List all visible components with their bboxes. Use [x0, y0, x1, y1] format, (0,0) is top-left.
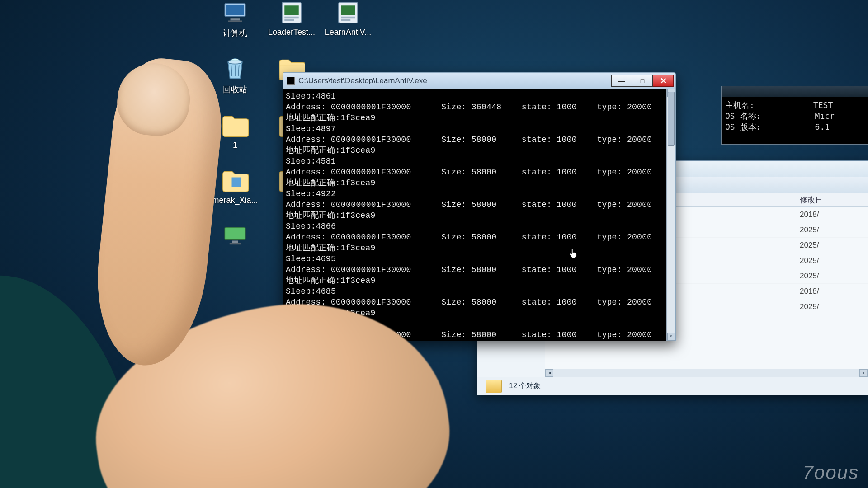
computer-icon [222, 0, 249, 25]
console-line: 地址匹配正确:1f3cea9 [286, 275, 673, 286]
svg-point-12 [228, 60, 242, 64]
desktop-icon-unknown[interactable] [212, 223, 258, 248]
desktop-icon-folder[interactable]: 1 [212, 113, 258, 150]
svg-rect-3 [228, 20, 242, 22]
console-line: Sleep:4685 [286, 286, 673, 297]
console-line: Address: 0000000001F30000 Size: 58000 st… [286, 167, 673, 178]
scroll-right-icon[interactable]: ▸ [859, 369, 868, 377]
status-text: 12 个对象 [509, 381, 541, 391]
watermark: 7oous [803, 462, 859, 483]
desktop-icon-computer[interactable]: 计算机 [212, 0, 258, 38]
window-title: C:\Users\test\Desktop\LearnAntiV.exe [298, 76, 608, 85]
app-icon [287, 77, 295, 85]
svg-rect-6 [284, 16, 299, 18]
column-modified[interactable]: 修改日 [800, 195, 868, 205]
desktop-icon-learnantiv[interactable]: LearnAntiV... [326, 0, 371, 38]
console-line: 地址匹配正确:1f3cea9 [286, 145, 673, 156]
exe-icon [335, 0, 362, 25]
console-line: Sleep:4581 [286, 156, 673, 167]
recycle-bin-icon [222, 56, 249, 81]
console-line: Sleep:4762 [286, 319, 673, 329]
titlebar[interactable] [722, 86, 868, 97]
folder-icon [222, 113, 249, 138]
folder-icon [222, 168, 249, 193]
file-date: 2025/ [800, 272, 868, 281]
console-line: 地址匹配正确:1f3cea9 [286, 178, 673, 188]
icon-label: 计算机 [223, 28, 247, 38]
file-date: 2025/ [800, 256, 868, 265]
svg-rect-11 [341, 19, 350, 21]
console-line: Sleep:4695 [286, 253, 673, 264]
console-line: Address: 0000000001F30000 Size: 58000 st… [286, 199, 673, 210]
monitor-icon [222, 223, 249, 248]
svg-rect-2 [231, 18, 240, 20]
cmd-line: OS 名称: Micr [725, 111, 868, 122]
explorer-status-bar: 12 个对象 [477, 377, 868, 395]
console-line: Sleep:4897 [286, 123, 673, 134]
console-line: Address: 0000000001F30000 Size: 58000 st… [286, 232, 673, 243]
folder-icon [486, 380, 502, 393]
desktop-icon-recyclebin[interactable]: 回收站 [212, 56, 258, 95]
file-date: 2018/ [800, 287, 868, 296]
console-output[interactable]: Sleep:4861Address: 0000000001F30000 Size… [283, 89, 675, 341]
horizontal-scrollbar[interactable]: ◂ ▸ [545, 369, 868, 377]
console-line: Address: 0000000001F30000 Size: 58000 st… [286, 134, 673, 145]
titlebar[interactable]: C:\Users\test\Desktop\LearnAntiV.exe — □… [283, 73, 675, 89]
svg-rect-5 [284, 5, 299, 15]
scroll-down-icon[interactable]: ▾ [667, 333, 675, 341]
icon-label: 1 [233, 141, 237, 150]
console-line: Address: 0000000001F30000 Size: 360448 s… [286, 102, 673, 113]
console-window[interactable]: C:\Users\test\Desktop\LearnAntiV.exe — □… [283, 72, 676, 341]
svg-rect-7 [284, 19, 294, 21]
console-line: Sleep:4861 [286, 91, 673, 102]
cmd-line: 主机名: TEST [725, 100, 868, 111]
icon-label: 回收站 [223, 84, 247, 95]
scroll-thumb[interactable] [668, 92, 675, 146]
scroll-left-icon[interactable]: ◂ [545, 369, 553, 377]
console-line: 地址匹配正确:1f3cea9 [286, 243, 673, 253]
file-date: 2025/ [800, 302, 868, 311]
cmd-line: OS 版本: 6.1 [725, 122, 868, 132]
console-line: 地址匹配正确:1f3cea9 [286, 210, 673, 221]
svg-rect-13 [232, 177, 241, 187]
console-line: 地址匹配正确:1f3cea9 [286, 113, 673, 123]
desktop-icon-folder[interactable]: merak_Xia... [212, 168, 258, 205]
console-line: Sleep:4866 [286, 221, 673, 232]
svg-rect-1 [226, 5, 244, 15]
console-line: Address: 0000000001F30000 Size: 58000 st… [286, 329, 673, 340]
maximize-button[interactable]: □ [632, 75, 653, 87]
cursor-hand-icon [569, 248, 579, 260]
console-line: Address: 0000000001F30000 Size: 58000 st… [286, 297, 673, 308]
file-date: 2018/ [800, 210, 868, 219]
svg-rect-10 [341, 16, 355, 18]
icon-label: merak_Xia... [212, 196, 258, 205]
icon-label: LearnAntiV... [325, 28, 371, 37]
minimize-button[interactable]: — [611, 75, 632, 87]
desktop-icon-loadertest[interactable]: LoaderTest... [269, 0, 314, 38]
console-line: Sleep:4922 [286, 188, 673, 199]
console-line: Address: 0000000001F30000 Size: 58000 st… [286, 264, 673, 275]
console-line: 地址匹配正确:1f3cea9 [286, 308, 673, 319]
cmd-window-systeminfo[interactable]: 主机名: TEST OS 名称: Micr OS 版本: 6.1 [721, 86, 868, 145]
close-button[interactable]: ✕ [653, 75, 674, 87]
svg-rect-14 [225, 227, 245, 239]
svg-rect-15 [232, 240, 238, 243]
icon-label: LoaderTest... [268, 28, 315, 37]
svg-rect-16 [230, 243, 241, 244]
vertical-scrollbar[interactable]: ▴ ▾ [666, 89, 675, 341]
file-date: 2025/ [800, 225, 868, 235]
file-date: 2025/ [800, 241, 868, 250]
svg-rect-9 [341, 5, 355, 15]
exe-icon [278, 0, 305, 25]
